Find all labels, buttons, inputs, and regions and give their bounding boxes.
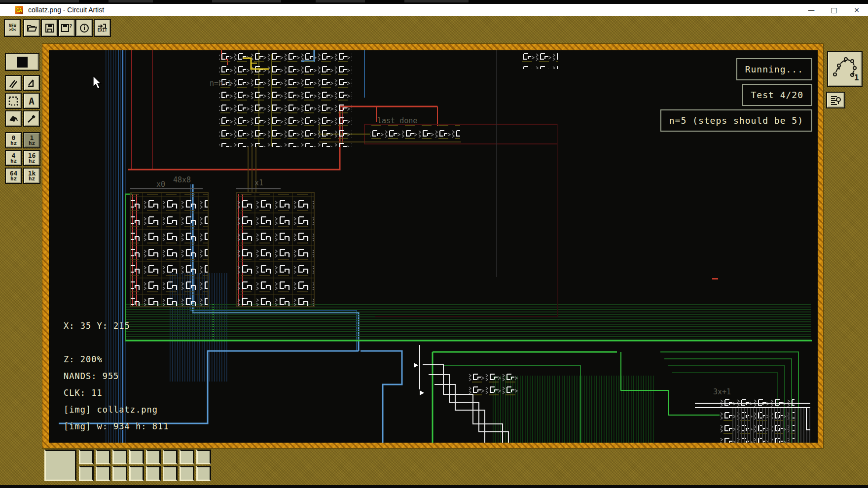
palette-slot[interactable] xyxy=(196,466,211,481)
clock-4hz-button[interactable]: 4hz xyxy=(5,150,22,166)
fill-bucket-icon xyxy=(8,114,18,123)
title-bar: CA collatz.png - Circuit Artist — □ × xyxy=(0,4,868,16)
status-img-size: [img] w: 934 h: 811 xyxy=(64,421,169,431)
circuit-artist-window: CA collatz.png - Circuit Artist — □ × NE… xyxy=(0,0,868,488)
status-zoom: Z: 200% xyxy=(64,354,103,364)
bottom-screen-strip xyxy=(0,485,868,488)
exit-icon: EXIT xyxy=(98,24,107,33)
step-path-icon: 1 xyxy=(831,55,859,83)
step-simulation-button[interactable]: 1 xyxy=(827,51,863,87)
eyedropper-icon xyxy=(27,114,36,124)
palette-slot[interactable] xyxy=(112,466,127,481)
exit-button[interactable]: EXIT xyxy=(94,19,111,37)
save-as-icon: ? xyxy=(61,23,73,33)
background-window-sliver xyxy=(0,0,868,4)
sim-test-badge: Test 4/20 xyxy=(742,84,812,106)
palette-slot[interactable] xyxy=(196,450,211,464)
palette-slot[interactable] xyxy=(146,466,161,481)
label-last-done: last_done xyxy=(377,116,417,125)
palette-slot[interactable] xyxy=(129,450,144,464)
palette-slot[interactable] xyxy=(96,450,110,464)
log-details-button[interactable] xyxy=(826,92,845,108)
svg-text:?: ? xyxy=(69,23,72,30)
current-color-swatch[interactable] xyxy=(5,53,39,71)
log-list-icon xyxy=(830,95,842,105)
window-title: collatz.png - Circuit Artist xyxy=(28,6,104,14)
open-button[interactable] xyxy=(23,19,40,37)
info-icon xyxy=(79,23,89,33)
palette-slot[interactable] xyxy=(96,466,110,481)
line-tool-button[interactable] xyxy=(23,75,40,91)
color-swatch-black xyxy=(17,57,28,68)
palette-slot[interactable] xyxy=(180,450,194,464)
palette-slot[interactable] xyxy=(163,466,178,481)
label-mul: 3x+1 xyxy=(713,387,731,396)
palette-slot[interactable] xyxy=(112,450,127,464)
status-img-name: [img] collatz.png xyxy=(64,405,158,415)
text-tool-button[interactable]: A xyxy=(23,93,40,109)
label-reg1: x1 xyxy=(254,178,263,187)
new-icon: NEW>O< xyxy=(9,24,16,32)
pencil-icon xyxy=(8,78,18,88)
canvas-gold-frame: n=n+1 last_done x0 48x8 x1 3x+1 X: 35 Y:… xyxy=(42,43,824,449)
save-as-button[interactable]: ? xyxy=(58,19,75,37)
fill-tool-button[interactable] xyxy=(5,110,22,127)
clock-16hz-button[interactable]: 16hz xyxy=(23,150,40,166)
palette-slot-large[interactable] xyxy=(44,450,76,481)
palette-slot[interactable] xyxy=(163,450,178,464)
palette-slot[interactable] xyxy=(180,466,194,481)
picker-tool-button[interactable] xyxy=(23,110,40,127)
info-button[interactable] xyxy=(75,19,93,37)
pencil-tool-button[interactable] xyxy=(5,75,22,91)
palette-slot[interactable] xyxy=(129,466,144,481)
line-icon xyxy=(27,78,36,88)
maximize-button[interactable]: □ xyxy=(823,4,845,16)
status-coords: X: 35 Y: 215 xyxy=(64,321,130,331)
open-folder-icon xyxy=(27,23,37,33)
clock-0hz-button[interactable]: 0hz xyxy=(5,132,22,148)
status-nands: NANDS: 955 xyxy=(64,371,119,381)
palette-slot[interactable] xyxy=(146,450,161,464)
palette-slot[interactable] xyxy=(79,450,94,464)
clock-1khz-button[interactable]: 1khz xyxy=(23,168,40,184)
label-reg0: x0 xyxy=(156,180,165,189)
app-icon: CA xyxy=(15,6,23,14)
save-button[interactable] xyxy=(41,19,58,37)
minimize-button[interactable]: — xyxy=(800,4,823,16)
sim-running-badge: Running... xyxy=(736,58,812,80)
selection-rect-icon xyxy=(8,96,18,106)
status-clk: CLK: 11 xyxy=(64,388,103,398)
step-button-number: 1 xyxy=(854,73,859,82)
sim-result-badge: n=5 (steps should be 5) xyxy=(660,109,812,132)
label-adder: n=n+1 xyxy=(210,79,232,88)
clock-64hz-button[interactable]: 64hz xyxy=(5,168,22,184)
clock-1hz-button[interactable]: 1hz xyxy=(23,132,40,148)
select-tool-button[interactable] xyxy=(5,93,22,109)
text-tool-icon: A xyxy=(29,96,34,106)
circuit-canvas[interactable]: n=n+1 last_done x0 48x8 x1 3x+1 X: 35 Y:… xyxy=(49,50,818,443)
close-button[interactable]: × xyxy=(845,4,868,16)
label-reg-size: 48x8 xyxy=(173,175,191,184)
new-button[interactable]: NEW>O< xyxy=(4,19,21,37)
save-floppy-icon xyxy=(45,23,55,33)
palette-slot[interactable] xyxy=(79,466,94,481)
